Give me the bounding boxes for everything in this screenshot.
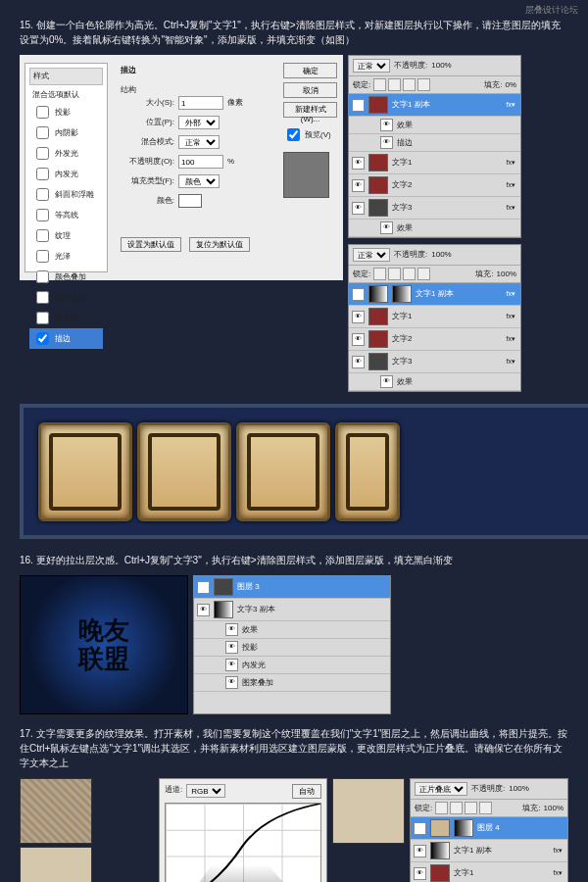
layer-row[interactable]: 👁内发光 (194, 657, 390, 674)
visibility-icon[interactable]: 👁 (225, 641, 238, 654)
ok-button[interactable]: 确定 (283, 63, 337, 78)
visibility-icon[interactable]: 👁 (414, 822, 426, 835)
visibility-icon[interactable]: 👁 (414, 867, 426, 880)
visibility-icon[interactable]: 👁 (197, 581, 210, 594)
blend-select[interactable]: 正常 (178, 135, 220, 149)
lock-icons[interactable] (435, 802, 492, 814)
style-item[interactable]: 外发光 (29, 143, 103, 164)
layer-thumb (368, 199, 388, 217)
layer-name: 效果 (397, 222, 517, 234)
set-default-button[interactable]: 设置为默认值 (121, 237, 181, 252)
color-swatch[interactable] (178, 194, 202, 208)
layer-row[interactable]: 👁文字3fx▾ (349, 351, 520, 373)
layer-row[interactable]: 👁描边 (349, 134, 520, 152)
visibility-icon[interactable]: 👁 (414, 845, 426, 858)
mask-thumb (454, 819, 473, 837)
style-item[interactable]: 斜面和浮雕 (29, 184, 103, 205)
visibility-icon[interactable]: 👁 (380, 221, 393, 234)
style-item[interactable]: 光泽 (29, 246, 103, 267)
blend-mode[interactable]: 正常 (353, 59, 390, 73)
style-item[interactable]: 内阴影 (29, 122, 103, 143)
channel-select[interactable]: RGB (186, 784, 225, 798)
layer-row[interactable]: 👁文字3 副本 (194, 599, 390, 621)
fx-badge[interactable]: fx▾ (505, 180, 517, 191)
opacity-input[interactable] (178, 155, 223, 169)
layer-row[interactable]: 👁文字1 副本fx▾ (349, 283, 520, 306)
fx-badge[interactable]: fx▾ (505, 203, 517, 214)
visibility-icon[interactable]: 👁 (225, 623, 238, 636)
visibility-icon[interactable]: 👁 (352, 202, 365, 215)
visibility-icon[interactable]: 👁 (352, 311, 365, 323)
fx-badge[interactable]: fx▾ (505, 289, 517, 300)
visibility-icon[interactable]: 👁 (352, 356, 365, 368)
layer-row[interactable]: 👁文字1fx▾ (349, 306, 520, 328)
layer-name: 文字2 (392, 333, 501, 345)
visibility-icon[interactable]: 👁 (197, 604, 210, 616)
preview-check[interactable] (287, 128, 300, 141)
style-item[interactable]: 图案叠加 (29, 308, 103, 328)
fx-badge[interactable]: fx▾ (552, 868, 564, 879)
blend-mode[interactable]: 正片叠底 (415, 782, 467, 796)
layer-row[interactable]: 👁文字1 副本fx▾ (411, 840, 567, 862)
layer-row[interactable]: 👁文字1 副本fx▾ (349, 94, 520, 117)
layer-thumb (430, 819, 450, 837)
style-item[interactable]: 投影 (29, 102, 103, 122)
layer-row[interactable]: 👁效果 (349, 373, 520, 391)
fx-badge[interactable]: fx▾ (505, 334, 517, 345)
lock-icons[interactable] (373, 78, 430, 91)
layer-row[interactable]: 👁图案叠加 (194, 674, 390, 692)
lock-icons[interactable] (373, 268, 430, 280)
visibility-icon[interactable]: 👁 (352, 179, 365, 192)
layer-row[interactable]: 👁效果 (349, 220, 520, 237)
layer-row[interactable]: 👁效果 (349, 117, 520, 134)
fx-badge[interactable]: fx▾ (505, 357, 517, 368)
layer-row[interactable]: 👁文字2fx▾ (349, 174, 520, 197)
layer-row[interactable]: 👁文字3fx▾ (349, 197, 520, 220)
layer-row[interactable]: 👁图层 4 (411, 817, 567, 840)
curves-graph[interactable] (165, 803, 321, 882)
new-style-button[interactable]: 新建样式(W)... (283, 102, 337, 118)
size-input[interactable] (178, 96, 223, 110)
visibility-icon[interactable]: 👁 (225, 659, 238, 671)
layer-thumb (368, 330, 388, 348)
visibility-icon[interactable]: 👁 (352, 99, 365, 112)
layer-thumb (214, 601, 233, 618)
fx-badge[interactable]: fx▾ (505, 312, 517, 322)
layer-name: 描边 (397, 137, 517, 149)
layer-thumb (430, 842, 450, 859)
blend-options[interactable]: 混合选项默认 (29, 88, 103, 102)
fx-badge[interactable]: fx▾ (505, 100, 517, 111)
auto-button[interactable]: 自动 (292, 784, 321, 799)
texture-samples (20, 778, 154, 882)
layer-row[interactable]: 👁文字1fx▾ (349, 152, 520, 174)
style-item[interactable]: 颜色叠加 (29, 267, 103, 287)
layer-row[interactable]: 👁效果 (194, 621, 390, 639)
layer-row[interactable]: 👁文字2fx▾ (349, 328, 520, 351)
reset-default-button[interactable]: 复位为默认值 (189, 237, 250, 252)
visibility-icon[interactable]: 👁 (380, 375, 393, 388)
layer-row[interactable]: 👁投影 (194, 639, 390, 657)
blend-mode[interactable]: 正常 (353, 248, 390, 262)
preview-swatch (283, 152, 329, 198)
style-item[interactable]: 内发光 (29, 164, 103, 184)
visibility-icon[interactable]: 👁 (352, 333, 365, 346)
cancel-button[interactable]: 取消 (283, 82, 337, 98)
visibility-icon[interactable]: 👁 (225, 676, 238, 689)
visibility-icon[interactable]: 👁 (352, 288, 365, 301)
visibility-icon[interactable]: 👁 (380, 136, 393, 149)
style-item[interactable]: 渐变叠加 (29, 287, 103, 308)
layer-name: 图层 4 (477, 822, 564, 834)
style-item-stroke[interactable]: 描边 (29, 328, 103, 349)
style-item[interactable]: 等高线 (29, 205, 103, 225)
visibility-icon[interactable]: 👁 (352, 157, 365, 170)
layer-row[interactable]: 👁文字1fx▾ (411, 862, 567, 882)
stroke-settings: 描边 结构 大小(S):像素 位置(P):外部 混合模式:正常 不透明度(O):… (113, 55, 277, 280)
position-select[interactable]: 外部 (178, 116, 220, 129)
filltype-label: 填充类型(F): (121, 175, 174, 187)
filltype-select[interactable]: 颜色 (178, 174, 220, 188)
style-item[interactable]: 纹理 (29, 225, 103, 246)
layer-row[interactable]: 👁图层 3 (194, 576, 390, 599)
fx-badge[interactable]: fx▾ (552, 846, 564, 857)
visibility-icon[interactable]: 👁 (380, 119, 393, 131)
fx-badge[interactable]: fx▾ (505, 158, 517, 169)
